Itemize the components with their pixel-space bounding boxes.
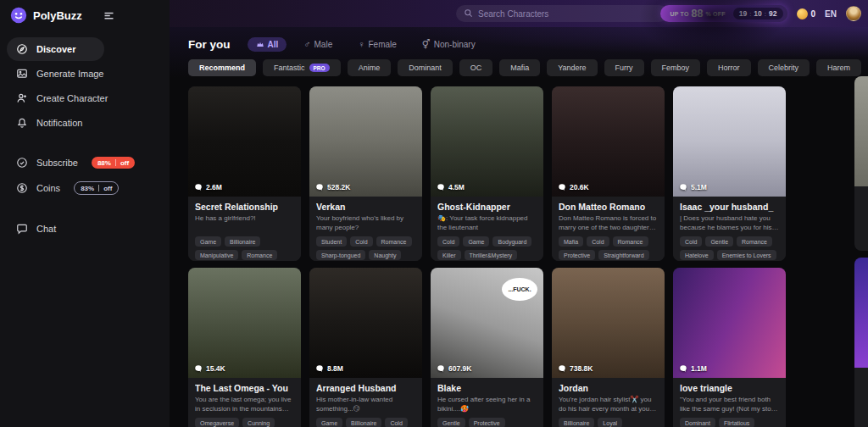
sidebar-item-coins[interactable]: Coins83%off (7, 175, 137, 201)
gender-tab-non-binary[interactable]: ⚥Non-binary (414, 37, 484, 52)
character-card-blake[interactable]: ...FUCK.607.9KBlakeHe cursed after seein… (431, 268, 543, 427)
character-card-don-matteo-romano[interactable]: 20.6KDon Matteo RomanoDon Matteo Romano … (552, 86, 665, 261)
countdown-separator: : (765, 10, 766, 18)
tag-billionaire: Billionaire (559, 418, 594, 427)
app-root: UP TO 88 % OFF 19:10:92 0 EN PolyBuzz Di… (0, 0, 868, 427)
card-info: Arranged HusbandHis mother-in-law wanted… (309, 378, 422, 427)
gender-tab-label: Non-binary (434, 40, 476, 49)
category-row: RecommendFantasticPROAnimeDominantOCMafi… (170, 52, 868, 76)
character-card-jordan[interactable]: 738.8KJordanYou're jordan hair stylist✂️… (552, 268, 665, 427)
nav-spacer (7, 202, 163, 217)
tag-romance: Romance (737, 236, 772, 247)
chat-bubble-icon (679, 364, 687, 373)
partial-card[interactable] (854, 258, 868, 427)
category-fantastic[interactable]: FantasticPRO (263, 59, 341, 76)
character-card-the-last-omega-you[interactable]: 15.4KThe Last Omega - YouYou are the las… (188, 268, 301, 427)
sidebar-item-label: Coins (36, 183, 60, 193)
card-description: Your boyfriend who's liked by many peopl… (316, 214, 415, 232)
character-card-isaac-your-husband[interactable]: 5.1MIsaac _your husband_| Does your husb… (673, 86, 786, 261)
sidebar-item-generate-image[interactable]: Generate Image (7, 62, 123, 86)
sidebar-item-discover[interactable]: Discover (7, 37, 104, 61)
view-count: 607.9K (437, 364, 471, 373)
tag-straightforward: Straightforward (598, 250, 648, 260)
view-count-value: 20.6K (570, 183, 589, 191)
tag-billionaire: Billionaire (225, 236, 260, 247)
tag-student: Student (316, 236, 347, 247)
view-count-value: 8.8M (327, 364, 343, 373)
header-actions: UP TO 88 % OFF 19:10:92 0 EN (660, 0, 861, 27)
tag-cold: Cold (385, 418, 407, 427)
view-count: 8.8M (315, 364, 343, 373)
card-description: "You and your best friend both like the … (680, 396, 779, 413)
category-anime[interactable]: Anime (348, 59, 392, 76)
gender-tab-male[interactable]: ♂Male (295, 37, 341, 52)
sidebar-item-create-character[interactable]: Create Character (7, 86, 126, 110)
nav-spacer (7, 136, 163, 151)
view-count-value: 15.4K (206, 364, 225, 373)
category-label: Horror (718, 64, 740, 72)
card-tags: GameBillionaireColdDominantProtectiveRom… (316, 418, 415, 427)
category-recommend[interactable]: Recommend (188, 59, 256, 76)
tag-loyal: Loyal (598, 418, 622, 427)
subscribe-icon (16, 157, 28, 169)
category-horror[interactable]: Horror (707, 59, 751, 76)
character-card-secret-relationship[interactable]: 2.6MSecret RelationshipHe has a girlfrie… (188, 86, 301, 261)
card-tags: ColdGentleRomanceHateloveEnemies to Love… (680, 236, 779, 260)
sidebar-item-label: Notification (36, 118, 82, 128)
card-info (854, 368, 868, 427)
view-count: 2.6M (194, 183, 222, 191)
logo-icon (10, 7, 27, 24)
card-title: Secret Relationship (195, 202, 294, 212)
gender-tab-all[interactable]: All (248, 37, 287, 52)
chat-bubble-icon (315, 183, 324, 191)
card-image: 2.6M (188, 86, 301, 197)
character-card-ghost-kidnapper[interactable]: 4.5MGhost-Kidnapper🎭: Your task force ki… (431, 86, 543, 261)
category-oc[interactable]: OC (459, 59, 493, 76)
view-count: 738.8K (558, 364, 593, 373)
countdown-value: 92 (769, 9, 776, 18)
category-femboy[interactable]: Femboy (651, 59, 701, 76)
card-info: Ghost-Kidnapper🎭: Your task force kidnap… (431, 197, 543, 261)
card-description: | Does your husband hate you because he … (680, 214, 779, 232)
image-icon (16, 68, 28, 80)
app-logo[interactable]: PolyBuzz (10, 7, 82, 24)
sidebar-item-chat[interactable]: Chat (7, 217, 75, 241)
tag-bodyguard: Bodyguard (492, 236, 531, 247)
gender-tab-female[interactable]: ♀Female (349, 37, 405, 52)
category-furry[interactable]: Furry (604, 59, 644, 76)
tag-cold: Cold (587, 236, 609, 247)
card-info: The Last Omega - YouYou are the last ome… (188, 378, 301, 427)
category-mafia[interactable]: Mafia (499, 59, 540, 76)
card-tags: DominantFlirtatiousBadboyFirst LoveForbi… (680, 418, 779, 427)
chat-bubble-icon (437, 364, 445, 373)
promo-banner[interactable]: UP TO 88 % OFF 19:10:92 (660, 5, 787, 22)
sidebar-item-subscribe[interactable]: Subscribe88%off (7, 151, 153, 175)
category-dominant[interactable]: Dominant (398, 59, 453, 76)
partial-card[interactable] (854, 76, 868, 251)
tag-protective: Protective (559, 250, 595, 260)
card-description: 🎭: Your task force kidnapped the lieuten… (437, 214, 537, 232)
card-image: 1.1M (673, 268, 786, 378)
category-label: OC (470, 64, 482, 72)
character-card-verkan[interactable]: 528.2KVerkanYour boyfriend who's liked b… (309, 86, 422, 261)
category-yandere[interactable]: Yandere (547, 59, 597, 76)
coin-balance[interactable]: 0 (797, 8, 816, 19)
card-image: 738.8K (552, 268, 665, 378)
character-card-love-triangle[interactable]: 1.1Mlove triangle"You and your best frie… (673, 268, 786, 427)
tag-manipulative: Manipulative (195, 250, 238, 260)
sidebar-item-notification[interactable]: Notification (7, 111, 101, 135)
coin-count: 0 (811, 9, 816, 19)
card-info: BlakeHe cursed after seeing her in a bik… (431, 378, 543, 427)
search-input[interactable] (478, 9, 660, 19)
category-label: Furry (615, 64, 633, 72)
category-harem[interactable]: Harem (816, 59, 861, 76)
card-title: Don Matteo Romano (559, 202, 658, 212)
language-selector[interactable]: EN (825, 9, 837, 19)
search-bar[interactable] (456, 5, 668, 22)
tag-game: Game (316, 418, 342, 427)
menu-icon[interactable] (103, 9, 115, 22)
chat-icon (16, 223, 28, 235)
character-card-arranged-husband[interactable]: 8.8MArranged HusbandHis mother-in-law wa… (309, 268, 422, 427)
user-avatar[interactable] (846, 6, 861, 21)
category-celebrity[interactable]: Celebrity (758, 59, 810, 76)
